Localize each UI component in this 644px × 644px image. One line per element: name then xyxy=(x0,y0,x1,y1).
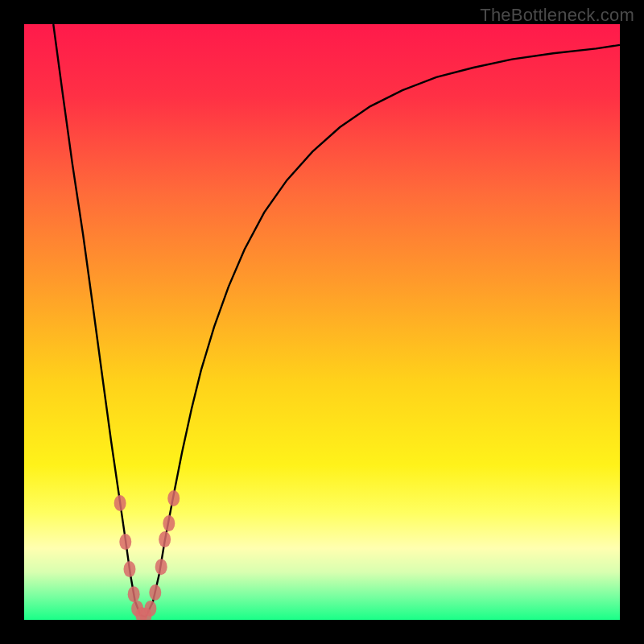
bottleneck-curve xyxy=(53,24,620,617)
curve-layer xyxy=(24,24,620,620)
marker-dot xyxy=(128,586,140,602)
outer-frame: TheBottleneck.com xyxy=(0,0,644,644)
plot-area xyxy=(24,24,620,620)
marker-dot xyxy=(149,584,161,601)
marker-dot xyxy=(114,495,126,511)
marker-dot xyxy=(167,490,180,506)
marker-dot xyxy=(159,531,171,547)
marker-dot xyxy=(119,534,131,550)
watermark-text: TheBottleneck.com xyxy=(480,5,634,26)
marker-dot xyxy=(163,515,175,531)
marker-dot xyxy=(144,601,156,617)
marker-dot xyxy=(123,561,135,577)
marker-dot xyxy=(155,559,167,575)
